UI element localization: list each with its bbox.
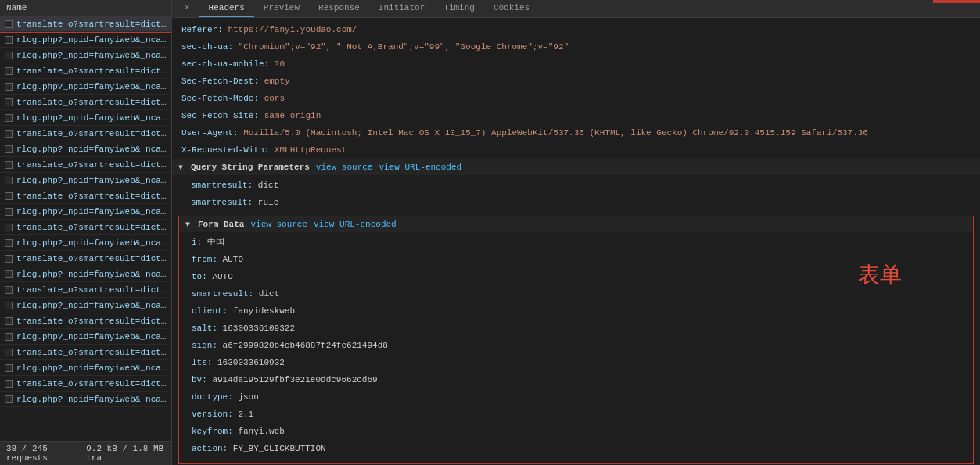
item-text: rlog.php?_npid=fanyiweb&_ncat=.: [16, 238, 167, 248]
form-data-param-key: action:: [192, 444, 233, 453]
item-text: rlog.php?_npid=fanyiweb&_ncat=.: [16, 145, 167, 154]
item-checkbox[interactable]: [5, 364, 13, 372]
item-checkbox[interactable]: [5, 224, 13, 231]
item-checkbox[interactable]: [5, 36, 13, 44]
item-checkbox[interactable]: [5, 130, 13, 138]
list-item[interactable]: translate_o?smartresult=dict&sm.: [0, 376, 171, 392]
form-data-section-header[interactable]: ▼Form Dataview sourceview URL-encoded: [179, 216, 973, 232]
param-value: dict: [258, 181, 278, 190]
form-data-param-key: keyfrom:: [192, 427, 238, 436]
tab-preview[interactable]: Preview: [254, 0, 309, 17]
item-text: rlog.php?_npid=fanyiweb&_ncat=.: [16, 176, 167, 185]
list-item[interactable]: rlog.php?_npid=fanyiweb&_ncat=.: [0, 360, 171, 376]
list-item[interactable]: rlog.php?_npid=fanyiweb&_ncat=.: [0, 32, 171, 48]
item-text: rlog.php?_npid=fanyiweb&_ncat=.: [16, 51, 167, 60]
list-item[interactable]: rlog.php?_npid=fanyiweb&_ncat=.: [0, 298, 171, 313]
param-key: smartresult:: [191, 198, 258, 207]
header-key: sec-ch-ua-mobile:: [181, 59, 275, 69]
item-checkbox[interactable]: [5, 83, 13, 91]
list-item[interactable]: translate_o?smartresult=dict&sm.: [0, 220, 171, 235]
item-text: translate_o?smartresult=dict&sm.: [16, 223, 167, 232]
item-text: rlog.php?_npid=fanyiweb&_ncat=.: [16, 363, 167, 373]
query-string-view-url-encoded-link[interactable]: view URL-encoded: [379, 163, 461, 172]
tab-response[interactable]: Response: [309, 0, 369, 17]
header-key: sec-ch-ua:: [181, 42, 239, 52]
query-string-body: smartresult: dictsmartresult: rule: [172, 175, 980, 213]
list-item[interactable]: translate_o?smartresult=dict&sm.: [0, 313, 171, 329]
form-data-param-key: i:: [192, 238, 207, 247]
list-item[interactable]: rlog.php?_npid=fanyiweb&_ncat=.: [0, 173, 171, 188]
item-checkbox[interactable]: [5, 20, 13, 28]
list-item[interactable]: translate_o?smartresult=dict&sm.: [0, 188, 171, 204]
item-text: translate_o?smartresult=dict&sm.: [16, 66, 167, 76]
item-checkbox[interactable]: [5, 177, 13, 184]
form-data-param-line: doctype: json: [192, 388, 960, 406]
item-checkbox[interactable]: [5, 255, 13, 263]
item-checkbox[interactable]: [5, 349, 13, 356]
item-checkbox[interactable]: [5, 67, 13, 75]
item-checkbox[interactable]: [5, 161, 13, 169]
form-data-param-line: salt: 16300336109322: [192, 320, 960, 337]
form-data-view-url-encoded-link[interactable]: view URL-encoded: [314, 220, 397, 229]
form-data-param-value: AUTO: [223, 255, 243, 264]
item-checkbox[interactable]: [5, 208, 13, 216]
form-data-param-value: 1630033610932: [217, 358, 285, 367]
item-checkbox[interactable]: [5, 317, 13, 325]
item-checkbox[interactable]: [5, 239, 13, 247]
param-line: smartresult: dict: [191, 177, 961, 194]
item-checkbox[interactable]: [5, 395, 13, 403]
item-checkbox[interactable]: [5, 52, 13, 59]
item-checkbox[interactable]: [5, 192, 13, 200]
list-item[interactable]: translate_o?smartresult=dict&sm...: [0, 16, 171, 32]
list-item[interactable]: rlog.php?_npid=fanyiweb&_ncat=.: [0, 266, 171, 282]
list-item[interactable]: translate_o?smartresult=dict&sm.: [0, 282, 171, 298]
item-checkbox[interactable]: [5, 302, 13, 309]
item-text: rlog.php?_npid=fanyiweb&_ncat=.: [16, 113, 167, 123]
list-item[interactable]: rlog.php?_npid=fanyiweb&_ncat=.: [0, 329, 171, 345]
item-checkbox[interactable]: [5, 270, 13, 278]
list-item[interactable]: translate_o?smartresult=dict&sm.: [0, 157, 171, 173]
tab-initiator[interactable]: Initiator: [369, 0, 434, 17]
list-item[interactable]: translate_o?smartresult=dict&sm.: [0, 63, 171, 79]
query-string-view-source-link[interactable]: view source: [316, 163, 373, 172]
list-item[interactable]: rlog.php?_npid=fanyiweb&_ncat=.: [0, 110, 171, 126]
header-value: empty: [264, 77, 290, 86]
item-checkbox[interactable]: [5, 333, 13, 341]
tab-headers[interactable]: Headers: [199, 0, 254, 17]
form-data-param-line: lts: 1630033610932: [192, 354, 960, 371]
item-checkbox[interactable]: [5, 145, 13, 153]
tab-timing[interactable]: Timing: [434, 0, 484, 17]
item-text: translate_o?smartresult=dict&sm.: [16, 285, 167, 295]
list-item[interactable]: translate_o?smartresult=dict&sm.: [0, 251, 171, 266]
form-data-param-value: dict: [259, 289, 279, 299]
list-item[interactable]: rlog.php?_npid=fanyiweb&_ncat=.: [0, 392, 171, 407]
tab-cookies[interactable]: Cookies: [484, 0, 539, 17]
item-checkbox[interactable]: [5, 286, 13, 294]
list-item[interactable]: rlog.php?_npid=fanyiweb&_ncat=.: [0, 79, 171, 95]
item-checkbox[interactable]: [5, 380, 13, 388]
list-item[interactable]: translate_o?smartresult=dict&sm.: [0, 126, 171, 141]
list-item[interactable]: translate_o?smartresult=dict&sm.: [0, 345, 171, 360]
tab-close-button[interactable]: ×: [175, 0, 199, 17]
header-value: Mozilla/5.0 (Macintosh; Intel Mac OS X 1…: [243, 128, 868, 138]
list-item[interactable]: rlog.php?_npid=fanyiweb&_ncat=.: [0, 235, 171, 251]
list-item[interactable]: rlog.php?_npid=fanyiweb&_ncat=.: [0, 204, 171, 220]
item-checkbox[interactable]: [5, 98, 13, 106]
form-data-param-key: bv:: [192, 375, 212, 385]
item-text: translate_o?smartresult=dict&sm.: [16, 254, 167, 263]
form-data-view-source-link[interactable]: view source: [250, 220, 307, 229]
list-item[interactable]: rlog.php?_npid=fanyiweb&_ncat=.: [0, 48, 171, 63]
form-data-param-value: json: [238, 392, 258, 402]
form-data-container: ▼Form Dataview sourceview URL-encodedi: …: [178, 216, 974, 464]
query-string-section-header[interactable]: ▼Query String Parametersview sourceview …: [172, 159, 980, 175]
list-item[interactable]: translate_o?smartresult=dict&sm.: [0, 95, 171, 110]
item-text: translate_o?smartresult=dict&sm.: [16, 160, 167, 170]
param-key: smartresult:: [191, 181, 258, 190]
header-line: sec-ch-ua-mobile: ?0: [172, 55, 980, 73]
request-list: translate_o?smartresult=dict&sm...rlog.p…: [0, 16, 171, 441]
item-checkbox[interactable]: [5, 114, 13, 122]
form-data-param-key: version:: [192, 410, 238, 419]
left-header: Name: [0, 0, 171, 16]
form-data-body: i: 中国from: AUTOto: AUTOsmartresult: dict…: [179, 232, 973, 463]
list-item[interactable]: rlog.php?_npid=fanyiweb&_ncat=.: [0, 141, 171, 157]
